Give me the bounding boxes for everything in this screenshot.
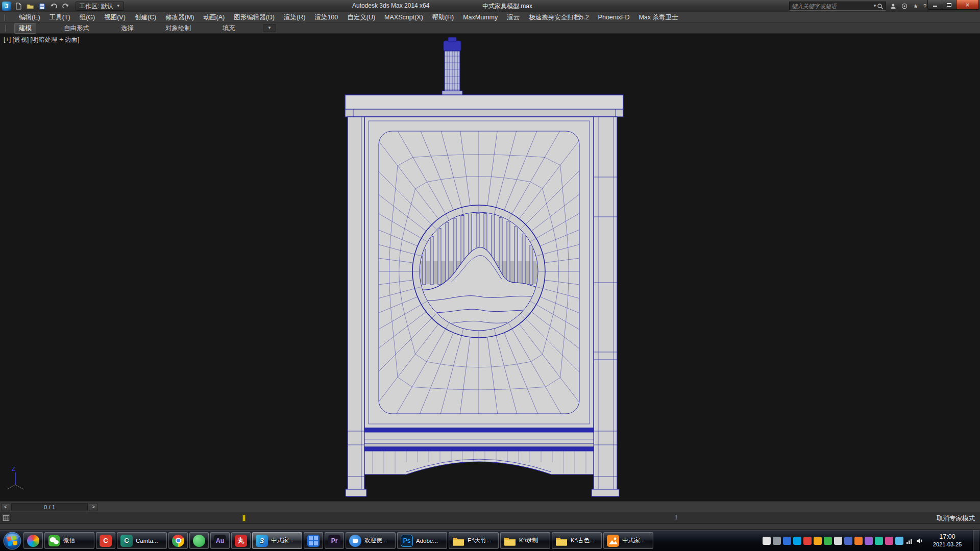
menu-item[interactable]: 组(G) [75, 12, 100, 23]
taskbar-pinned-wan[interactable]: 丸 [231, 532, 251, 549]
next-frame-button[interactable]: > [89, 503, 98, 511]
camera-dot [353, 539, 358, 543]
menu-item[interactable]: 渲染(R) [279, 12, 310, 23]
menu-item[interactable]: 图形编辑器(D) [229, 12, 279, 23]
ribbon-tab-自由形式[interactable]: 自由形式 [60, 23, 93, 33]
track-bar[interactable]: 1 取消专家模式 [0, 512, 980, 523]
taskbar-window-button[interactable]: 微信 [44, 532, 94, 549]
ribbon-minimize-button[interactable]: ▼ [263, 24, 276, 32]
tray-icon[interactable] [814, 537, 822, 545]
maximize-button[interactable] [942, 0, 956, 10]
app-title: Autodesk 3ds Max 2014 x64 [352, 2, 429, 9]
sign-in-icon[interactable] [889, 2, 897, 10]
taskbar-pinned-audition[interactable]: Au [210, 532, 230, 549]
menu-item[interactable]: MaxMummy [458, 12, 502, 23]
tray-icon[interactable] [824, 537, 832, 545]
menu-item[interactable]: 动画(A) [199, 12, 229, 23]
communication-center-icon[interactable] [900, 2, 909, 10]
search-input[interactable] [792, 3, 873, 9]
network-icon[interactable] [905, 537, 914, 545]
taskbar-window-button[interactable]: PsAdobe... [397, 532, 447, 549]
tray-icon[interactable] [865, 537, 873, 545]
menu-item[interactable]: MAXScript(X) [380, 12, 428, 23]
tray-icon[interactable] [875, 537, 883, 545]
taskbar-window-button[interactable]: 中式家... [603, 532, 653, 549]
menu-item[interactable]: PhoenixFD [594, 12, 634, 23]
viewport-menu-pov[interactable]: [透视] [12, 36, 29, 44]
taskbar-window-button[interactable]: 3中式家... [252, 532, 302, 549]
taskbar-pinned-colorful-circle[interactable] [23, 532, 43, 549]
menu-item[interactable]: 渲染100 [310, 12, 342, 23]
3dsmax-logo-icon[interactable]: 3 [2, 2, 11, 11]
new-file-button[interactable] [14, 2, 23, 11]
tray-icon[interactable] [854, 537, 863, 545]
workspace-switcher[interactable]: 工作区: 默认 ▼ [76, 2, 124, 11]
open-file-button[interactable] [26, 2, 35, 11]
menu-item[interactable]: 修改器(M) [161, 12, 199, 23]
tray-icon[interactable] [773, 537, 781, 545]
clock-time: 17:00 [926, 533, 969, 541]
search-icon[interactable] [877, 3, 884, 10]
taskbar-pinned-blue-grid[interactable] [304, 532, 323, 549]
minimize-button[interactable] [927, 0, 942, 10]
start-button[interactable] [1, 530, 23, 551]
tray-icon[interactable] [895, 537, 903, 545]
viewport-menu-general[interactable]: [+] [4, 36, 11, 44]
blue-grid-icon [307, 535, 320, 547]
taskbar-window-button[interactable]: K:\录制 [500, 532, 550, 549]
volume-icon[interactable] [916, 537, 924, 545]
tray-icon[interactable] [783, 537, 791, 545]
tray-icon[interactable] [885, 537, 893, 545]
tray-icon[interactable] [834, 537, 842, 545]
redo-button[interactable] [61, 2, 70, 11]
menu-item[interactable]: Max 杀毒卫士 [634, 12, 682, 23]
ribbon-tab-对象绘制[interactable]: 对象绘制 [161, 23, 195, 33]
menu-item[interactable]: 渲云 [502, 12, 524, 23]
taskbar-pinned-green-circle[interactable] [189, 532, 209, 549]
world-axis-gizmo: Z [7, 466, 23, 489]
ribbon-tab-选择[interactable]: 选择 [117, 23, 138, 33]
taskbar-pinned-premiere[interactable]: Pr [325, 532, 344, 549]
taskbar-window-button[interactable]: 欢迎使... [346, 532, 396, 549]
cancel-expert-mode-button[interactable]: 取消专家模式 [937, 514, 975, 523]
tray-icon[interactable] [763, 537, 771, 545]
ribbon-tab-建模[interactable]: 建模 [14, 23, 36, 34]
taskbar-pinned-chrome[interactable] [168, 532, 188, 549]
show-desktop-button[interactable] [973, 530, 979, 551]
taskbar-window-button[interactable]: E:\天竹... [449, 532, 499, 549]
menu-item[interactable]: 极速瘦身安全归档5.2 [524, 12, 593, 23]
menu-item[interactable]: 工具(T) [45, 12, 75, 23]
colorful-circle-icon [27, 535, 39, 547]
ribbon-grip[interactable] [5, 25, 7, 32]
ribbon-tab-填充[interactable]: 填充 [218, 23, 239, 33]
document-title: 中式家具模型.max [482, 2, 532, 11]
folder-icon [504, 535, 516, 547]
frame-indicator[interactable]: 0 / 1 [11, 503, 88, 511]
menu-item[interactable]: 自定义(U) [342, 12, 380, 23]
taskbar-pinned-red-c[interactable]: C [96, 532, 115, 549]
toolbar-grip[interactable] [4, 14, 6, 21]
favorites-star-icon[interactable]: ★ [912, 2, 920, 10]
save-button[interactable] [37, 2, 46, 11]
previous-frame-button[interactable]: < [1, 503, 10, 511]
perspective-viewport[interactable]: [+] [透视] [明暗处理 + 边面] Z [0, 34, 980, 502]
chevron-down-icon[interactable]: ▼ [873, 4, 877, 8]
menu-bar: 编辑(E)工具(T)组(G)视图(V)创建(C)修改器(M)动画(A)图形编辑器… [0, 12, 980, 23]
taskbar-window-button[interactable]: K:\古色... [552, 532, 602, 549]
time-slider-handle[interactable] [242, 515, 246, 521]
tray-icon[interactable] [844, 537, 852, 545]
windows-taskbar: 微信CCCamta...Au丸3中式家...Pr欢迎使...PsAdobe...… [0, 530, 980, 551]
menu-item[interactable]: 创建(C) [130, 12, 161, 23]
undo-button[interactable] [49, 2, 58, 11]
menu-item[interactable]: 视图(V) [100, 12, 130, 23]
mini-curve-editor-button[interactable] [2, 514, 11, 522]
viewport-menu-shading[interactable]: [明暗处理 + 边面] [30, 36, 79, 44]
menu-item[interactable]: 帮助(H) [428, 12, 458, 23]
tray-icon[interactable] [803, 537, 812, 545]
close-icon: × [966, 1, 970, 9]
tray-icon[interactable] [793, 537, 801, 545]
menu-item[interactable]: 编辑(E) [14, 12, 45, 23]
close-button[interactable]: × [956, 0, 979, 10]
taskbar-window-button[interactable]: CCamta... [117, 532, 167, 549]
taskbar-clock[interactable]: 17:00 2021-03-25 [926, 533, 969, 548]
